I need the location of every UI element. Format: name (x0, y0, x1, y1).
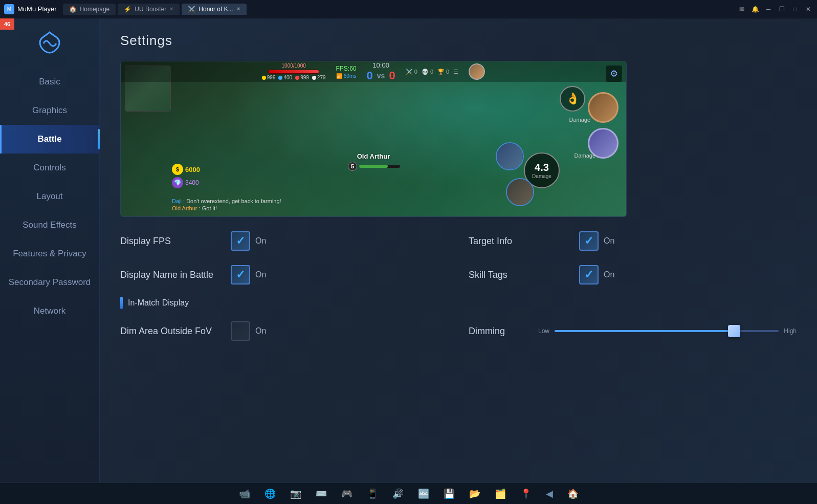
dimming-slider-container: Low High (538, 327, 797, 335)
btn-minimize[interactable]: ─ (764, 5, 773, 14)
display-fps-checkbox[interactable] (231, 231, 250, 251)
tab-honor-icon: ⚔️ (188, 6, 195, 13)
content-area: Settings 1000/1000 999 (100, 18, 817, 483)
target-info-checkbox[interactable] (579, 231, 599, 251)
sidebar-item-graphics[interactable]: Graphics (0, 96, 99, 125)
gold-icon: $ (172, 164, 183, 175)
setting-dim-area: Dim Area Outside FoV On (120, 321, 448, 341)
section-title-in-match: In-Match Display (128, 298, 189, 308)
hud-vs-label: vs (377, 72, 385, 80)
bottom-icon-folder[interactable]: 📂 (469, 488, 480, 499)
bottom-icon-save[interactable]: 💾 (444, 488, 455, 499)
hud-gold-area: $ 6000 💎 3400 (172, 164, 200, 188)
btn-maximize[interactable]: □ (790, 5, 800, 14)
display-name-checkbox[interactable] (231, 265, 250, 284)
dimming-track[interactable] (555, 330, 779, 332)
sidebar-item-battle[interactable]: Battle (0, 125, 99, 154)
hud-top-bar: 1000/1000 999 400 999 279 FPS:60 (121, 61, 626, 82)
bottom-icon-text[interactable]: 🔤 (418, 488, 429, 499)
bottom-icon-back[interactable]: ◀ (546, 488, 553, 499)
character-level-bar: 5 (348, 162, 400, 171)
bottom-icon-volume[interactable]: 🔊 (392, 488, 404, 499)
setting-display-fps: Display FPS On (120, 231, 448, 251)
hud-hp-section: 1000/1000 999 400 999 279 (262, 63, 326, 80)
hud-hp-value: 1000/1000 (282, 63, 306, 69)
bottom-icon-gamepad[interactable]: 🎮 (341, 488, 352, 499)
main-layout: Basic Graphics Battle Controls Layout So… (0, 18, 817, 483)
chat-text-1: : Don't overextend, get back to farming! (183, 198, 281, 204)
dimming-thumb[interactable] (728, 325, 740, 337)
bottom-icon-screenshot[interactable]: 📷 (290, 488, 301, 499)
sidebar-item-features-label: Features & Privacy (13, 249, 86, 258)
tab-uubooster-icon: ⚡ (124, 6, 131, 13)
sidebar: Basic Graphics Battle Controls Layout So… (0, 18, 100, 483)
section-header-in-match: In-Match Display (120, 297, 797, 309)
game-preview: 1000/1000 999 400 999 279 FPS:60 (120, 61, 627, 217)
window-controls: ✉ 🔔 ─ ❐ □ ✕ (737, 5, 813, 14)
btn-notification[interactable]: 🔔 (750, 5, 760, 14)
tab-homepage-icon: 🏠 (69, 6, 77, 13)
titlebar: M MuMu Player 🏠 Homepage ⚡ UU Booster ✕ … (0, 0, 817, 18)
skill-btn-2[interactable] (506, 178, 534, 206)
hp-bar (268, 70, 319, 74)
app-logo: M MuMu Player (4, 4, 57, 14)
tab-homepage[interactable]: 🏠 Homepage (63, 4, 116, 15)
app-icon: M (4, 4, 14, 14)
sidebar-logo (34, 27, 65, 57)
dimming-fill (555, 330, 734, 332)
skill-tags-checkbox[interactable] (579, 265, 599, 284)
dim-area-checkbox-container: On (231, 321, 266, 341)
notification-badge: 46 (0, 18, 14, 30)
display-name-value: On (255, 270, 266, 279)
skill-tags-checkbox-container: On (579, 265, 614, 284)
sidebar-item-graphics-label: Graphics (32, 105, 67, 115)
hud-resources: 999 400 999 279 (262, 75, 326, 80)
sidebar-item-sound-label: Sound Effects (23, 220, 77, 230)
hp-bar-fill (269, 70, 319, 73)
tab-uubooster[interactable]: ⚡ UU Booster ✕ (118, 4, 180, 15)
sidebar-item-controls[interactable]: Controls (0, 154, 99, 182)
setting-skill-tags: Skill Tags On (469, 265, 797, 284)
level-number: 5 (348, 162, 357, 171)
sidebar-item-secondary[interactable]: Secondary Password (0, 268, 99, 297)
bottom-icon-keyboard[interactable]: ⌨️ (316, 488, 327, 499)
bottom-icon-globe[interactable]: 🌐 (264, 488, 276, 499)
btn-restore[interactable]: ❐ (777, 5, 786, 14)
dim-area-checkbox[interactable] (231, 321, 250, 341)
sidebar-item-basic[interactable]: Basic (0, 68, 99, 96)
chat-box: Daji : Don't overextend, get back to far… (172, 198, 281, 211)
chat-text-2: : Got it! (199, 205, 217, 211)
sidebar-item-controls-label: Controls (33, 163, 65, 172)
display-name-checkbox-container: On (231, 265, 266, 284)
bottom-icon-camera[interactable]: 📹 (239, 488, 250, 499)
tab-uubooster-close[interactable]: ✕ (169, 6, 173, 12)
tab-homepage-label: Homepage (80, 6, 110, 13)
skill-btn-1[interactable] (496, 142, 524, 170)
active-indicator (98, 129, 100, 149)
bottom-icon-location[interactable]: 📍 (520, 488, 532, 499)
bottom-bar: 📹 🌐 📷 ⌨️ 🎮 📱 🔊 🔤 💾 📂 🗂️ 📍 ◀ 🏠 (0, 483, 817, 504)
sidebar-item-secondary-label: Secondary Password (9, 277, 91, 287)
crystal-icon: 💎 (172, 177, 183, 188)
btn-close[interactable]: ✕ (804, 5, 813, 14)
tab-honor[interactable]: ⚔️ Honor of K... ✕ (182, 4, 246, 15)
tab-honor-close[interactable]: ✕ (236, 6, 240, 12)
app-title: MuMu Player (17, 5, 57, 13)
page-title: Settings (120, 33, 797, 49)
bottom-icon-phone[interactable]: 📱 (367, 488, 378, 499)
dim-area-label: Dim Area Outside FoV (120, 326, 223, 337)
sidebar-item-network[interactable]: Network (0, 297, 99, 325)
btn-mail[interactable]: ✉ (737, 5, 746, 14)
sidebar-item-layout[interactable]: Layout (0, 182, 99, 211)
bottom-icon-home[interactable]: 🏠 (567, 488, 579, 499)
skill-damage-label-2: Damage (574, 152, 595, 159)
sidebar-item-features[interactable]: Features & Privacy (0, 239, 99, 268)
bottom-icon-files[interactable]: 🗂️ (495, 488, 506, 499)
section-bar-icon (120, 297, 123, 309)
hud-gear-icon: ⚙ (606, 65, 622, 82)
sidebar-item-sound[interactable]: Sound Effects (0, 211, 99, 239)
sidebar-item-basic-label: Basic (39, 77, 60, 86)
dim-area-value: On (255, 326, 266, 336)
hud-avatar (469, 63, 485, 80)
target-info-value: On (604, 236, 614, 246)
